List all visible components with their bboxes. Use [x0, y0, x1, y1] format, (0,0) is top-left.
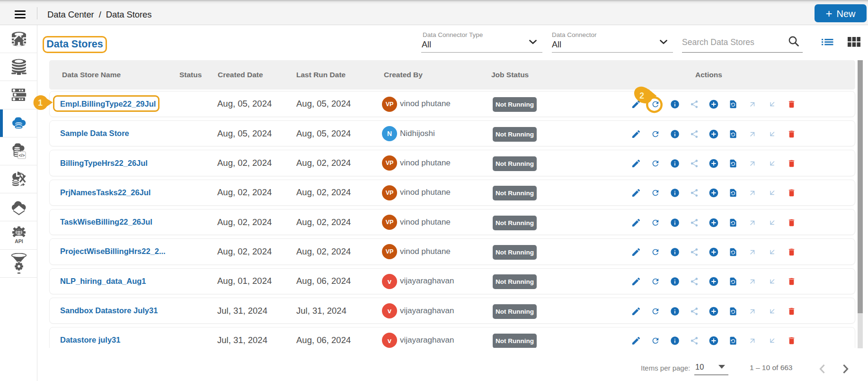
svg-text:2: 2 [639, 91, 644, 100]
svg-text:1: 1 [38, 98, 43, 108]
